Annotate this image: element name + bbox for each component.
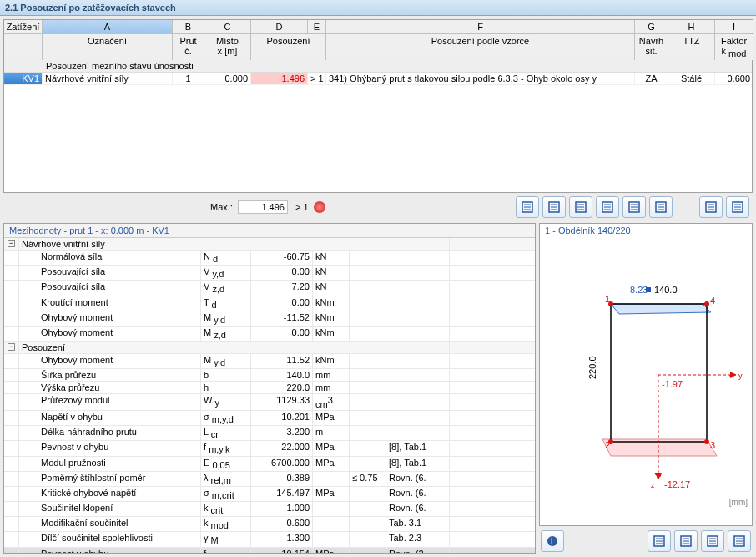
- detail-row[interactable]: Pevnost v ohybuf m,y,d10.154MPaRovn. (2.: [4, 548, 535, 553]
- pan-icon[interactable]: [674, 530, 698, 552]
- col-design: Posouzení: [251, 34, 326, 60]
- list-icon[interactable]: [569, 196, 592, 218]
- svg-text:140.0: 140.0: [654, 285, 678, 295]
- chart-icon[interactable]: [542, 196, 566, 218]
- filter-icon[interactable]: [516, 196, 539, 218]
- col-loc: Místox [m]: [204, 34, 251, 60]
- section-diagram: 1 - Obdélník 140/220 1 4 2 3: [539, 223, 753, 526]
- detail-row[interactable]: Posouvající sílaV z,d7.20kN: [4, 281, 535, 296]
- col-letter-g[interactable]: G: [635, 20, 668, 33]
- svg-text:1: 1: [605, 294, 610, 304]
- col-bar: Prutč.: [173, 34, 204, 60]
- detail-group[interactable]: −Návrhové vnitřní síly: [4, 238, 535, 251]
- detail-group[interactable]: −Posouzení: [4, 342, 535, 354]
- detail-row[interactable]: Pevnost v ohybuf m,y,k22.000MPa[8], Tab.…: [4, 441, 535, 456]
- max-strip: Max.: 1.496 > 1: [3, 193, 753, 221]
- svg-text:y: y: [738, 372, 743, 380]
- svg-point-41: [704, 439, 709, 444]
- zoom-icon[interactable]: [649, 196, 673, 218]
- select-icon[interactable]: [699, 196, 723, 218]
- detail-body[interactable]: −Návrhové vnitřní sílyNormálová sílaN d-…: [4, 238, 535, 553]
- detail-row[interactable]: Napětí v ohybuσ m,y,d10.201MPa: [4, 411, 535, 426]
- detail-panel: Mezihodnoty - prut 1 - x: 0.000 m - KV1 …: [3, 223, 536, 554]
- print-icon[interactable]: [728, 530, 751, 552]
- detail-row[interactable]: Součinitel klopeník crit1.000Rovn. (6.: [4, 502, 535, 517]
- detail-row[interactable]: Dílčí součinitel spolehlivostiγ M1.300Ta…: [4, 532, 535, 547]
- detail-row[interactable]: Posouvající sílaV y,d0.00kN: [4, 266, 535, 281]
- detail-row[interactable]: Normálová sílaN d-60.75kN: [4, 251, 535, 266]
- detail-row[interactable]: Ohybový momentM y,d-11.52kNm: [4, 311, 535, 327]
- columns-icon[interactable]: [622, 196, 646, 218]
- col-desc: Označení: [43, 34, 173, 60]
- col-load: Zatížení: [4, 20, 43, 33]
- detail-row[interactable]: Délka náhradního prutuL cr3.200m: [4, 426, 535, 441]
- svg-text:8.23: 8.23: [630, 285, 648, 295]
- svg-text:i: i: [551, 536, 552, 546]
- svg-point-37: [704, 301, 709, 306]
- svg-text:-1.97: -1.97: [662, 379, 683, 389]
- svg-marker-32: [611, 304, 711, 314]
- detail-row[interactable]: Modifikační součinitelk mod0.600Tab. 3.1: [4, 517, 535, 532]
- max-value: 1.496: [238, 200, 288, 214]
- eye-icon[interactable]: [726, 196, 749, 218]
- svg-text:-12.17: -12.17: [664, 479, 690, 489]
- col-letter-a[interactable]: A: [43, 20, 173, 33]
- find-icon[interactable]: [648, 530, 671, 552]
- svg-text:z: z: [651, 481, 655, 489]
- svg-text:4: 4: [710, 296, 715, 306]
- graph-icon[interactable]: [596, 196, 619, 218]
- table-row[interactable]: KV1 Návrhové vnitřní síly 1 0.000 1.496 …: [4, 73, 752, 85]
- col-letter-i[interactable]: I: [715, 20, 753, 33]
- detail-row[interactable]: Šířka průřezub140.0mm: [4, 369, 535, 382]
- svg-text:220.0: 220.0: [587, 356, 597, 379]
- col-sit: Návrhsit.: [635, 34, 668, 60]
- results-table: Zatížení A B C D E F G H I Označení Prut…: [3, 19, 753, 193]
- max-label: Max.:: [210, 202, 233, 212]
- col-ttz: TTZ: [668, 34, 715, 60]
- col-letter-e[interactable]: E: [308, 20, 326, 33]
- detail-row[interactable]: Modul pružnostiE 0,056700.000MPa[8], Tab…: [4, 457, 535, 472]
- col-letter-f[interactable]: F: [326, 20, 635, 33]
- detail-title: Mezihodnoty - prut 1 - x: 0.000 m - KV1: [4, 224, 535, 238]
- col-letter-c[interactable]: C: [204, 20, 251, 33]
- info-icon[interactable]: i: [541, 530, 564, 552]
- detail-row[interactable]: Výška průřezuh220.0mm: [4, 382, 535, 394]
- max-gt: > 1: [295, 202, 309, 212]
- col-letter-b[interactable]: B: [173, 20, 204, 33]
- col-letter-d[interactable]: D: [251, 20, 308, 33]
- svg-rect-50: [646, 287, 651, 292]
- diagram-toolbar: i: [539, 529, 753, 554]
- col-formula: Posouzení podle vzorce: [326, 34, 635, 60]
- row-id: KV1: [4, 73, 43, 84]
- svg-text:3: 3: [710, 440, 715, 450]
- detail-row[interactable]: Kroutící momentT d0.00kNm: [4, 296, 535, 311]
- out-icon[interactable]: [701, 530, 724, 552]
- detail-row[interactable]: Ohybový momentM y,d11.52kNm: [4, 354, 535, 369]
- detail-row[interactable]: Kritické ohybové napětíσ m,crit145.497MP…: [4, 487, 535, 502]
- group-header: Posouzení mezního stavu únosnosti: [4, 60, 752, 73]
- svg-text:2: 2: [605, 440, 610, 450]
- col-letter-h[interactable]: H: [668, 20, 715, 33]
- detail-row[interactable]: Průřezový modulW y1129.33cm3: [4, 394, 535, 411]
- warning-icon: [314, 201, 325, 213]
- detail-row[interactable]: Poměrný štíhlostní poměrλ rel,m0.389≤ 0.…: [4, 472, 535, 487]
- window-title: 2.1 Posouzení po zatěžovacích stavech: [0, 0, 756, 16]
- svg-marker-44: [730, 372, 736, 378]
- detail-row[interactable]: Ohybový momentM z,d0.00kNm: [4, 327, 535, 342]
- col-kmod: Faktork mod: [715, 34, 753, 60]
- svg-marker-46: [655, 473, 662, 479]
